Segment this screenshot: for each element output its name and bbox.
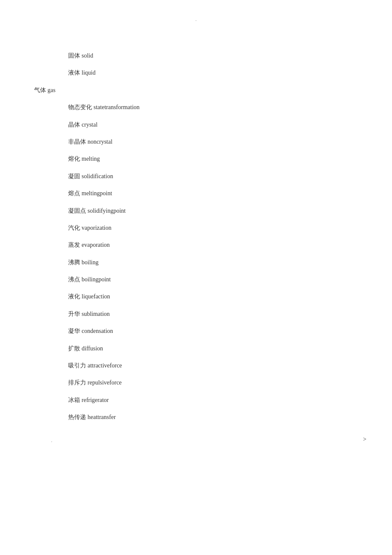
- list-item: 冰箱 refrigerator: [34, 396, 392, 405]
- item-text-repulsiveforce: 排斥力 repulsiveforce: [68, 379, 122, 386]
- list-item: 熔化 melting: [34, 154, 392, 164]
- item-text-sublimation: 升华 sublimation: [68, 311, 110, 317]
- item-text-liquefaction: 液化 liquefaction: [68, 293, 110, 300]
- list-item: 固体 solid: [34, 51, 392, 61]
- list-item: 物态变化 statetransformation: [34, 103, 392, 112]
- item-text-crystal: 晶体 crystal: [68, 121, 98, 128]
- bottom-arrow[interactable]: >: [363, 436, 366, 443]
- item-text-evaporation: 蒸发 evaporation: [68, 242, 110, 248]
- list-item: 熔点 meltingpoint: [34, 189, 392, 198]
- bottom-dot: .: [51, 438, 52, 443]
- item-text-melting: 熔化 melting: [68, 156, 100, 162]
- item-text-attractiveforce: 吸引力 attractiveforce: [68, 362, 122, 369]
- list-item: 非晶体 noncrystal: [34, 137, 392, 147]
- content-area: 固体 solid液体 liquid气体 gas物态变化 statetransfo…: [0, 26, 392, 422]
- list-item: 升华 sublimation: [34, 309, 392, 319]
- item-text-refrigerator: 冰箱 refrigerator: [68, 397, 109, 403]
- item-text-solid: 固体 solid: [68, 52, 93, 59]
- list-item: 液体 liquid: [34, 68, 392, 78]
- list-item: 凝固点 solidifyingpoint: [34, 206, 392, 216]
- list-item: 凝华 condensation: [34, 327, 392, 336]
- list-item: 晶体 crystal: [34, 120, 392, 130]
- item-text-condensation: 凝华 condensation: [68, 328, 113, 334]
- list-item: 液化 liquefaction: [34, 292, 392, 301]
- list-item: 热传递 heattransfer: [34, 413, 392, 422]
- item-text-solidification: 凝固 solidification: [68, 173, 113, 179]
- item-text-gas: 气体 gas: [34, 87, 55, 93]
- item-text-statetransformation: 物态变化 statetransformation: [68, 104, 140, 110]
- list-item: 沸腾 boiling: [34, 258, 392, 267]
- list-item: 汽化 vaporization: [34, 223, 392, 233]
- list-item: 吸引力 attractiveforce: [34, 361, 392, 370]
- list-item: 扩散 diffusion: [34, 344, 392, 353]
- page-container: . 固体 solid液体 liquid气体 gas物态变化 statetrans…: [0, 0, 392, 456]
- list-item: 气体 gas: [34, 86, 392, 95]
- list-item: 蒸发 evaporation: [34, 240, 392, 250]
- item-text-noncrystal: 非晶体 noncrystal: [68, 139, 112, 145]
- item-text-liquid: 液体 liquid: [68, 69, 95, 76]
- item-text-boiling: 沸腾 boiling: [68, 259, 98, 266]
- list-item: 沸点 boilingpoint: [34, 275, 392, 284]
- item-text-boilingpoint: 沸点 boilingpoint: [68, 276, 111, 283]
- item-text-solidifyingpoint: 凝固点 solidifyingpoint: [68, 208, 126, 214]
- list-item: 凝固 solidification: [34, 172, 392, 181]
- item-text-vaporization: 汽化 vaporization: [68, 225, 111, 231]
- top-dot: .: [196, 17, 197, 22]
- list-item: 排斥力 repulsiveforce: [34, 378, 392, 387]
- item-text-diffusion: 扩散 diffusion: [68, 345, 103, 352]
- item-text-meltingpoint: 熔点 meltingpoint: [68, 190, 112, 197]
- item-text-heattransfer: 热传递 heattransfer: [68, 414, 116, 420]
